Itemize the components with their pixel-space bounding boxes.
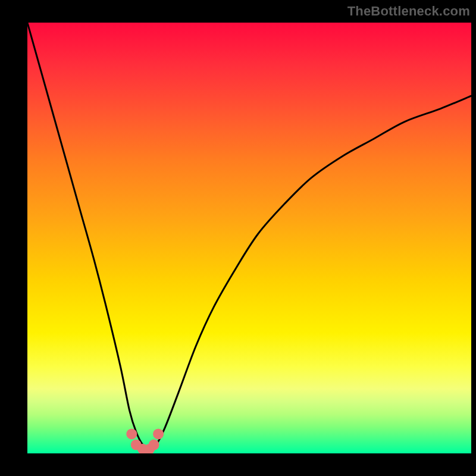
bottleneck-curve — [27, 23, 471, 449]
watermark-text: TheBottleneck.com — [347, 4, 470, 19]
plot-area — [27, 23, 471, 453]
curve-marker — [149, 440, 159, 450]
chart-frame: TheBottleneck.com — [0, 0, 476, 476]
curve-marker — [126, 428, 137, 439]
curve-layer — [27, 23, 471, 453]
curve-marker — [153, 428, 164, 439]
